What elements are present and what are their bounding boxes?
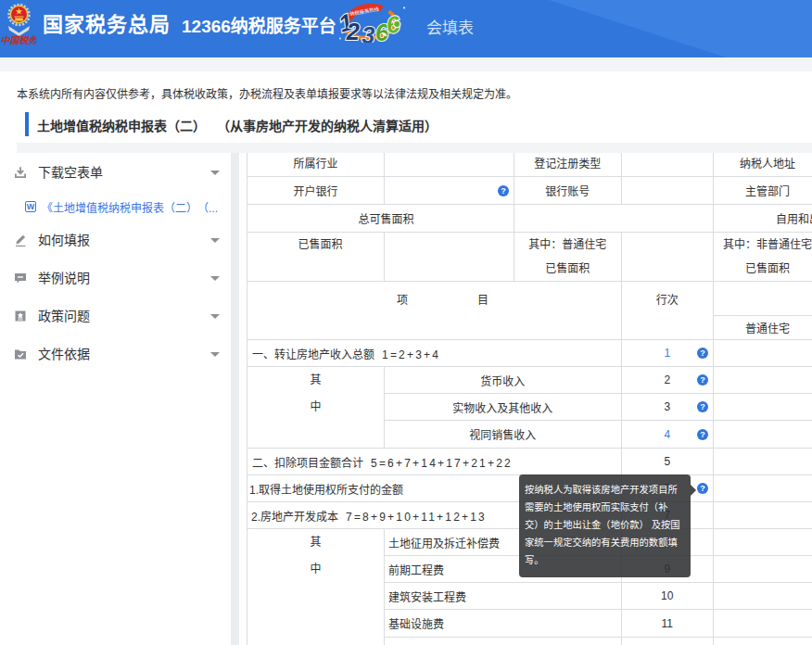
svg-text:2: 2: [346, 19, 360, 43]
svg-text:3: 3: [362, 22, 374, 43]
svg-text:中国税务: 中国税务: [1, 35, 36, 44]
